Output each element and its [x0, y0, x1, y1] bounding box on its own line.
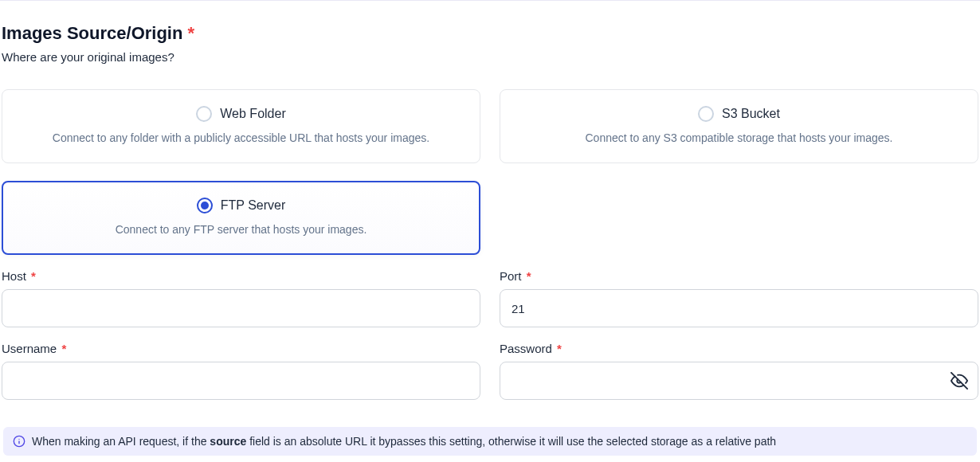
host-required: * — [31, 269, 36, 283]
password-label: Password * — [500, 342, 978, 355]
radio-ftp-server[interactable] — [197, 198, 213, 213]
username-input[interactable] — [2, 362, 480, 400]
info-suffix: field is an absolute URL it bypasses thi… — [246, 435, 776, 448]
username-required: * — [61, 342, 66, 355]
port-label: Port * — [500, 269, 978, 283]
option-desc-s3-bucket: Connect to any S3 compatible storage tha… — [519, 130, 958, 147]
radio-web-folder[interactable] — [196, 106, 212, 122]
option-title-ftp-server: FTP Server — [221, 198, 286, 213]
empty-option-slot — [500, 181, 978, 255]
password-label-text: Password — [500, 342, 552, 355]
info-prefix: When making an API request, if the — [32, 435, 210, 448]
port-label-text: Port — [500, 269, 522, 283]
info-icon — [13, 435, 25, 448]
info-text: When making an API request, if the sourc… — [32, 435, 776, 448]
eye-off-icon[interactable] — [950, 371, 969, 390]
section-title-text: Images Source/Origin — [2, 23, 182, 44]
option-web-folder[interactable]: Web Folder Connect to any folder with a … — [2, 89, 480, 163]
option-s3-bucket[interactable]: S3 Bucket Connect to any S3 compatible s… — [500, 89, 978, 163]
port-required: * — [527, 269, 531, 283]
required-mark: * — [187, 23, 194, 44]
info-banner: When making an API request, if the sourc… — [3, 427, 977, 456]
option-ftp-server[interactable]: FTP Server Connect to any FTP server tha… — [2, 181, 480, 255]
info-bold: source — [210, 435, 246, 448]
host-input[interactable] — [2, 289, 480, 327]
top-divider — [0, 0, 980, 1]
host-label: Host * — [2, 269, 480, 283]
option-title-s3-bucket: S3 Bucket — [722, 107, 780, 121]
option-desc-web-folder: Connect to any folder with a publicly ac… — [22, 130, 461, 147]
password-required: * — [557, 342, 562, 355]
host-label-text: Host — [2, 269, 26, 283]
username-label: Username * — [2, 342, 480, 355]
section-title: Images Source/Origin * — [2, 23, 978, 44]
option-title-web-folder: Web Folder — [220, 107, 285, 121]
port-input[interactable] — [500, 289, 978, 327]
password-input[interactable] — [500, 362, 978, 400]
section-subtitle: Where are your original images? — [2, 50, 978, 64]
username-label-text: Username — [2, 342, 57, 355]
option-desc-ftp-server: Connect to any FTP server that hosts you… — [22, 221, 461, 238]
radio-s3-bucket[interactable] — [698, 106, 714, 122]
